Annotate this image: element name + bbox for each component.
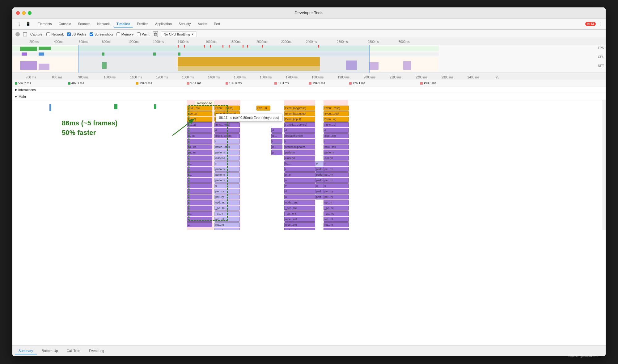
flame-n2[interactable]: n xyxy=(284,178,315,183)
clear-button[interactable]: 🗑 xyxy=(153,31,158,37)
flame-r1[interactable]: r xyxy=(187,167,212,172)
flame-closeAll2[interactable]: closeAll xyxy=(284,156,315,161)
flame-pete2[interactable]: _pe...te xyxy=(324,206,349,211)
flame-recnt1[interactable]: rec...nt xyxy=(214,217,240,222)
flame-perry4[interactable]: per...ry xyxy=(324,195,349,199)
tab-elements[interactable]: Elements xyxy=(35,21,55,27)
flame-n1[interactable]: n xyxy=(187,178,212,183)
minimize-button[interactable] xyxy=(22,11,26,15)
network-checkbox[interactable] xyxy=(46,32,50,36)
flame-i3[interactable]: i xyxy=(271,139,282,144)
tab-summary[interactable]: Summary xyxy=(15,348,37,354)
event-input2[interactable]: Event (input) xyxy=(284,117,315,122)
func-funct40[interactable]: funct...40:2) xyxy=(214,122,240,127)
tab-network[interactable]: Network xyxy=(94,21,113,27)
func-functvm[interactable]: Functio...VM40:2) xyxy=(284,122,315,127)
flame-v3[interactable]: v... xyxy=(187,217,212,222)
flame-u4[interactable]: u xyxy=(187,195,212,199)
flame-r3[interactable]: r xyxy=(187,200,212,205)
flame-d5[interactable]: d xyxy=(324,128,349,133)
interactions-row[interactable]: ▶ Interactions xyxy=(12,86,606,93)
event-eve2[interactable]: Eve...) xyxy=(187,117,212,122)
screenshots-checkbox-label[interactable]: Screenshots xyxy=(90,32,113,36)
flame-d1[interactable]: d xyxy=(187,128,212,133)
flame-i4[interactable]: i xyxy=(284,139,315,144)
flame-pem1[interactable]: pe...m xyxy=(187,150,212,155)
event-textinput2[interactable]: Event (textInput) xyxy=(284,111,315,116)
flame-upnt2[interactable]: _u...nt xyxy=(214,211,240,216)
flame-batchates[interactable]: batch...ates xyxy=(214,144,240,149)
flame-perm3[interactable]: pe...rm xyxy=(324,178,349,183)
overview-bars[interactable]: FPS CPU NET xyxy=(12,45,606,73)
event-evtpress[interactable]: Event...ress) xyxy=(324,106,349,111)
flame-batctes[interactable]: batc...tes xyxy=(324,144,349,149)
flame-i5[interactable]: i xyxy=(324,139,349,144)
flame-upnt5[interactable]: up...nt xyxy=(324,228,349,230)
flame-baes1[interactable]: ba...es xyxy=(187,144,212,149)
memory-checkbox[interactable] xyxy=(116,32,120,36)
flame-recnt2[interactable]: rec...nt xyxy=(324,217,349,222)
flame-closeAll3[interactable]: cloeAll xyxy=(324,156,349,161)
flame-u3[interactable]: u xyxy=(324,183,349,188)
flame-P3[interactable]: P xyxy=(324,161,349,166)
mobile-button[interactable]: 📱 xyxy=(24,21,32,27)
record-button[interactable] xyxy=(15,32,20,36)
flame-d3[interactable]: d xyxy=(271,128,282,133)
tab-sources[interactable]: Sources xyxy=(75,21,93,27)
flame-pete1[interactable]: _pe...te xyxy=(214,206,240,211)
event-eveut2[interactable]: Even...ut) xyxy=(324,117,349,122)
tab-call-tree[interactable]: Call Tree xyxy=(63,348,84,354)
flame-perry3[interactable]: per...ry xyxy=(214,195,240,199)
flame-batchedUpdates[interactable]: batchedUpdates xyxy=(284,144,315,149)
flame-upnt4[interactable]: up...nt xyxy=(214,228,240,230)
flame-i2[interactable]: i xyxy=(214,139,240,144)
event-eves[interactable]: Eve...s) xyxy=(256,106,270,111)
event-evtput1[interactable]: Event...put) xyxy=(324,111,349,116)
flame-e1[interactable]: e... xyxy=(187,211,212,216)
event-keypress1[interactable]: Event (keypress) xyxy=(284,106,315,111)
more-menu-button[interactable]: ⋮ xyxy=(598,21,603,27)
flame-perform2[interactable]: perform xyxy=(284,150,315,155)
flame-perate[interactable]: _per...ate xyxy=(284,206,315,211)
maximize-button[interactable] xyxy=(28,11,32,15)
flame-a1[interactable]: a xyxy=(284,195,315,199)
flame-upnt1[interactable]: up...nt xyxy=(324,200,349,205)
jsprofile-checkbox[interactable] xyxy=(67,32,71,36)
paint-checkbox[interactable] xyxy=(137,32,141,36)
tab-bottom-up[interactable]: Bottom-Up xyxy=(38,348,62,354)
flame-receent1[interactable]: rece...ent xyxy=(284,217,315,222)
flame-P1[interactable]: P xyxy=(214,161,240,166)
flame-dispatchEvent[interactable]: dispatchEvent xyxy=(284,133,315,138)
cpu-throttle-dropdown[interactable]: No CPU throttling ▼ xyxy=(161,31,197,37)
flame-pe2[interactable]: p...e xyxy=(284,172,315,177)
flame-perm1[interactable]: pe...rm xyxy=(324,167,349,172)
flame-perry2[interactable]: per...ry xyxy=(324,189,349,194)
flame-perform8[interactable]: perform xyxy=(214,178,240,183)
flame-dispent[interactable]: disp...ent xyxy=(324,133,349,138)
flame-v1[interactable]: v xyxy=(187,183,212,188)
paint-checkbox-label[interactable]: Paint xyxy=(137,32,150,36)
flame-d7[interactable]: d xyxy=(284,189,315,194)
event-press[interactable]: Event ...press) xyxy=(214,106,240,111)
func-func2[interactable]: Func...:2) xyxy=(324,122,349,127)
flame-r2[interactable]: r xyxy=(284,167,315,172)
flame-v4[interactable]: v... xyxy=(187,222,212,227)
scrollbar[interactable] xyxy=(603,100,606,230)
tab-event-log[interactable]: Event Log xyxy=(85,348,108,354)
flame-perform1[interactable]: perform xyxy=(214,150,240,155)
flame-disp1[interactable]: di...nt xyxy=(187,133,212,138)
flame-dispEv[interactable]: dispa...Event xyxy=(214,133,240,138)
memory-checkbox-label[interactable]: Memory xyxy=(116,32,134,36)
flame-i6[interactable]: i xyxy=(187,156,212,161)
flame-perform6[interactable]: perform xyxy=(214,172,240,177)
event-evess[interactable]: (Eve...ss) xyxy=(187,106,212,111)
jsprofile-checkbox-label[interactable]: JS Profile xyxy=(67,32,87,36)
flame-recnt3[interactable]: rec...nt xyxy=(214,222,240,227)
flame-i1[interactable]: i xyxy=(187,139,212,144)
flame-perry1[interactable]: per...ry xyxy=(214,189,240,194)
flame-chart[interactable]: 86ms (~5 frames) 50% faster (Eve. xyxy=(12,100,606,230)
tab-security[interactable]: Security xyxy=(176,21,194,27)
flame-h1[interactable]: h... xyxy=(187,161,212,166)
flame-recnt4[interactable]: rec...nt xyxy=(324,222,349,227)
flame-hal[interactable]: ha...l xyxy=(284,161,315,166)
